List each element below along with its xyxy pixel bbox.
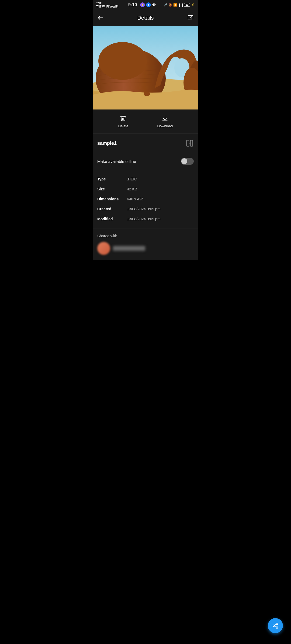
- eye-icon: 👁: [152, 3, 156, 7]
- shared-title: Shared with: [97, 234, 194, 238]
- metadata-row: Created13/08/2024 9:09 pm: [97, 204, 194, 214]
- delete-label: Delete: [118, 124, 129, 128]
- carrier-info: TNT TNT Wi-Fi VoWiFi: [96, 2, 118, 8]
- charging-icon: ⚡: [191, 3, 195, 7]
- svg-rect-11: [187, 140, 189, 146]
- metadata-key: Created: [97, 207, 127, 211]
- action-bar: Delete Download: [93, 109, 198, 134]
- delete-button[interactable]: Delete: [118, 115, 129, 128]
- compare-icon: [186, 139, 194, 147]
- status-bar: TNT TNT Wi-Fi VoWiFi 9:10 ⚡ f 👁 🎤 🔕 📶 ▐ …: [93, 0, 198, 10]
- status-right: 🎤 🔕 📶 ▐ ▐ 22 ⚡: [164, 3, 195, 7]
- network-name: TNT Wi-Fi VoWiFi: [96, 5, 118, 8]
- shared-user-name-1: [113, 246, 145, 251]
- desert-image: [93, 26, 198, 109]
- shared-avatars: [97, 242, 194, 255]
- facebook-icon: f: [146, 2, 151, 7]
- photo-preview: [93, 26, 198, 109]
- metadata-row: Type.HEIC: [97, 174, 194, 184]
- offline-toggle[interactable]: [181, 158, 194, 165]
- status-time: 9:10: [128, 2, 137, 7]
- battery-indicator: 22: [184, 3, 190, 7]
- signal-icon-1: ▐: [178, 4, 180, 6]
- page-title: Details: [137, 15, 154, 21]
- metadata-section: Type.HEICSize42 KBDimensions640 x 426Cre…: [93, 170, 198, 228]
- filename-row: sample1: [93, 134, 198, 153]
- shared-user-avatar-1: [97, 242, 110, 255]
- download-button[interactable]: Download: [157, 115, 173, 128]
- metadata-key: Size: [97, 187, 127, 191]
- trash-icon: [120, 115, 127, 122]
- signal-icon-2: ▐: [181, 4, 183, 6]
- details-header: Details: [93, 10, 198, 26]
- back-button[interactable]: [97, 15, 104, 21]
- toggle-knob: [181, 158, 187, 164]
- metadata-row: Size42 KB: [97, 184, 194, 194]
- metadata-value: .HEIC: [127, 177, 137, 181]
- metadata-value: 13/08/2024 9:09 pm: [127, 207, 161, 211]
- external-link-icon: [187, 15, 194, 21]
- svg-point-10: [144, 92, 150, 96]
- status-center: 9:10 ⚡ f 👁: [126, 2, 156, 7]
- metadata-key: Dimensions: [97, 197, 127, 201]
- metadata-value: 13/08/2024 9:09 pm: [127, 217, 161, 221]
- offline-row: Make available offline: [93, 153, 198, 170]
- svg-rect-12: [190, 140, 193, 146]
- mute-icon: 🔕: [168, 3, 172, 7]
- mic-icon: 🎤: [164, 3, 167, 7]
- download-label: Download: [157, 124, 173, 128]
- download-icon: [161, 115, 168, 122]
- wifi-icon: 📶: [173, 3, 177, 7]
- metadata-row: Modified13/08/2024 9:09 pm: [97, 214, 194, 224]
- bottom-spacer: [93, 260, 198, 287]
- compare-button[interactable]: [186, 139, 194, 147]
- metadata-value: 640 x 426: [127, 197, 144, 201]
- svg-point-7: [98, 42, 147, 80]
- metadata-value: 42 KB: [127, 187, 137, 191]
- carrier-name: TNT: [96, 2, 118, 5]
- metadata-key: Type: [97, 177, 127, 181]
- open-external-button[interactable]: [187, 15, 194, 21]
- metadata-key: Modified: [97, 217, 127, 221]
- messenger-icon: ⚡: [140, 2, 145, 7]
- shared-section: Shared with: [93, 228, 198, 260]
- back-arrow-icon: [97, 15, 104, 21]
- filename-text: sample1: [97, 141, 117, 146]
- offline-label: Make available offline: [97, 159, 136, 164]
- metadata-row: Dimensions640 x 426: [97, 194, 194, 204]
